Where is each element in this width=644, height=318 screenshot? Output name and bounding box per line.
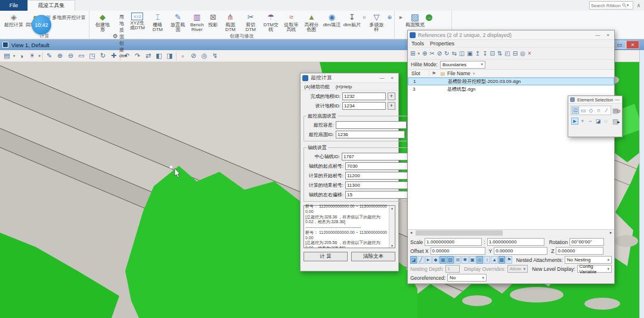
offset-z-input[interactable] (556, 247, 603, 255)
display-style-icon[interactable]: ◑ (17, 53, 26, 60)
move-reference-icon[interactable]: ↥ (475, 50, 480, 57)
select-overlap-icon[interactable]: ◌ (602, 118, 609, 125)
view-vertical-scrollbar[interactable] (639, 50, 644, 318)
offset-y-input[interactable] (494, 247, 547, 255)
attach-reference-icon[interactable]: ⊕ (422, 50, 427, 57)
file-column-icon[interactable]: ▤ (438, 71, 447, 76)
flag-column-icon[interactable]: ⚑ (429, 71, 438, 76)
column-slot[interactable]: Slot (408, 70, 429, 76)
multilayer-excavation-button[interactable]: ≋ 多地层开挖计算 (46, 14, 85, 21)
select-subtract-icon[interactable]: − (587, 118, 594, 125)
references-close-icon[interactable]: × (603, 32, 612, 39)
dtm-fill-sinks-button[interactable]: ◉ dtm填洼 (321, 12, 342, 28)
dtm-patch-button[interactable]: ↧ dtm贴片 (342, 12, 362, 28)
place-section-button[interactable]: ✎ 放置截面 (168, 12, 188, 33)
element-selection-minimize-icon[interactable]: — (614, 96, 620, 103)
open-reference-icon[interactable]: ◫ (459, 50, 465, 57)
go-arrow-icon[interactable]: → (426, 14, 432, 21)
view-close-button[interactable]: × (626, 41, 639, 49)
overexcavation-calc-dialog[interactable]: 超挖计算 — × (A)辅助功能 (H)Help 完成的地模ID: + 设计地模… (300, 73, 399, 271)
extract-contours-button[interactable]: ≈ 提取等高线 (281, 12, 301, 33)
search-input[interactable] (591, 3, 622, 8)
projection-button[interactable]: ⊠ 投影 (206, 12, 220, 28)
adjust-colors-icon[interactable]: ◎ (520, 50, 525, 57)
scroll-up-icon[interactable]: ▴ (391, 206, 393, 210)
menu-tools[interactable]: Tools (411, 41, 424, 47)
create-terrain-button[interactable]: ◆ 创建地形 (92, 12, 113, 33)
references-hscrollbar[interactable]: ◂ ▸ (408, 229, 614, 236)
select-new-icon[interactable]: ► (571, 118, 578, 125)
clip-front-toggle-icon[interactable]: ▧ (447, 256, 454, 264)
disable-handles-icon[interactable]: ▦⊘ (611, 107, 620, 115)
scroll-down-icon[interactable]: ▾ (391, 243, 393, 248)
priority-toggle-icon[interactable]: ▲ (491, 256, 497, 264)
calc-output-area[interactable]: 桩号： 1120000000000.00 ~ 1130000000000.00 … (304, 205, 395, 248)
references-dialog[interactable]: References (2 of 2 unique, 2 displayed) … (407, 30, 615, 284)
tree-view-icon[interactable]: ⊞ (410, 50, 415, 57)
references-list-header[interactable]: Slot ⚑ ▤ File Name ˅ (408, 69, 614, 78)
calculate-button[interactable]: 计 算 (304, 252, 348, 261)
section-preview-button[interactable]: ▨ 截面预览 (404, 12, 426, 28)
transparency-toggle-icon[interactable]: ◎ (476, 256, 483, 264)
snap-toggle-icon[interactable]: ╱ (417, 256, 424, 264)
rotate-view-icon[interactable]: ↻ (98, 52, 107, 60)
finished-model-input[interactable] (342, 92, 386, 100)
select-shape-icon[interactable]: ◇ (587, 107, 595, 114)
tab-file[interactable]: File (0, 0, 27, 11)
zoom-in-icon[interactable]: ⊕ (55, 52, 64, 60)
menu-help[interactable]: (H)Help (336, 84, 352, 89)
search-caret-icon[interactable]: ▾ (627, 3, 629, 8)
clip-volume-icon[interactable]: ▫ (178, 53, 187, 60)
scale-ref-input[interactable] (487, 238, 544, 246)
bottom-id-input[interactable] (336, 131, 405, 138)
select-circle-icon[interactable]: ○ (595, 107, 602, 114)
globe-icon[interactable]: ⊕ (386, 14, 392, 20)
view-attributes-icon[interactable]: ▤ (2, 52, 11, 60)
column-file-name[interactable]: File Name (447, 70, 470, 76)
flash-icon[interactable]: ↯ (210, 52, 219, 60)
tolerance-input[interactable] (336, 121, 407, 129)
rotation-input[interactable] (569, 238, 604, 246)
clip-reference-icon[interactable]: ✂ (429, 50, 434, 57)
overexcavation-calc-button[interactable]: ◈ 超挖计算 (3, 12, 24, 28)
menu-accessibility[interactable]: (A)辅助功能 (304, 84, 330, 90)
select-add-icon[interactable]: + (579, 118, 586, 125)
bench-river-button[interactable]: ▥ Bench River (188, 12, 206, 33)
hilite-mode-select[interactable]: Boundaries ▾ (440, 61, 485, 69)
level-override-toggle-icon[interactable]: ⚑ (506, 256, 512, 264)
new-level-display-select[interactable]: Config Variable ▾ (577, 265, 612, 273)
calc-dialog-titlebar[interactable]: 超挖计算 — × (301, 73, 398, 83)
calc-close-icon[interactable]: × (388, 75, 397, 82)
grid-hash-icon[interactable]: ⌗ (362, 14, 366, 21)
select-inside-icon[interactable]: ◪ (595, 118, 602, 125)
brightness-icon[interactable]: ☀ (28, 52, 37, 60)
design-model-input[interactable] (342, 102, 386, 110)
center-axis-input[interactable] (342, 153, 411, 160)
select-line-icon[interactable]: ∕ (603, 107, 610, 114)
references-minimize-icon[interactable]: — (593, 32, 602, 39)
element-selection-dialog[interactable]: Element Selection — ⊡ ▭ ◇ ○ ∕ ▦⊘ ► + − ◪… (568, 95, 623, 137)
update-view-icon[interactable]: ✎ (45, 52, 54, 60)
hilite-toggle-icon[interactable]: ▩ (499, 256, 505, 264)
references-titlebar[interactable]: References (2 of 2 unique, 2 displayed) … (408, 30, 614, 40)
finished-model-pick-button[interactable]: + (388, 92, 395, 100)
georeferenced-select[interactable]: No ▾ (447, 274, 487, 282)
raster-toggle-icon[interactable]: ◆ (432, 256, 439, 264)
element-selection-titlebar[interactable]: Element Selection — (568, 96, 622, 104)
design-model-pick-button[interactable]: + (388, 102, 395, 110)
scrollbar-thumb[interactable] (416, 230, 503, 236)
fit-view-icon[interactable]: ◳ (88, 52, 97, 60)
tree-view-caret-icon[interactable]: ▾ (417, 51, 420, 56)
delete-clip-icon[interactable]: ⊘ (437, 50, 442, 57)
swap-view-icon[interactable]: ⇄ (144, 52, 153, 60)
reload-reference-icon[interactable]: ↻ (444, 50, 449, 57)
collapse-ribbon-icon[interactable]: ∧ (633, 0, 644, 11)
ribbon-search[interactable]: ▾ (589, 1, 633, 10)
clear-text-button[interactable]: 清除文本 (351, 252, 395, 261)
scroll-right-icon[interactable]: ▸ (608, 230, 614, 235)
xyz-generate-dtm-button[interactable]: X,Y,Z XYZ生成DTM (127, 12, 147, 32)
scroll-left-icon[interactable]: ◂ (408, 230, 414, 235)
clip-mask-icon[interactable]: ⊘ (189, 52, 198, 60)
reference-row-1[interactable]: 1 基槽阶段开挖模型-2020.03.09.dgn (408, 78, 614, 85)
scale-reference-icon[interactable]: ⊡ (490, 50, 495, 57)
